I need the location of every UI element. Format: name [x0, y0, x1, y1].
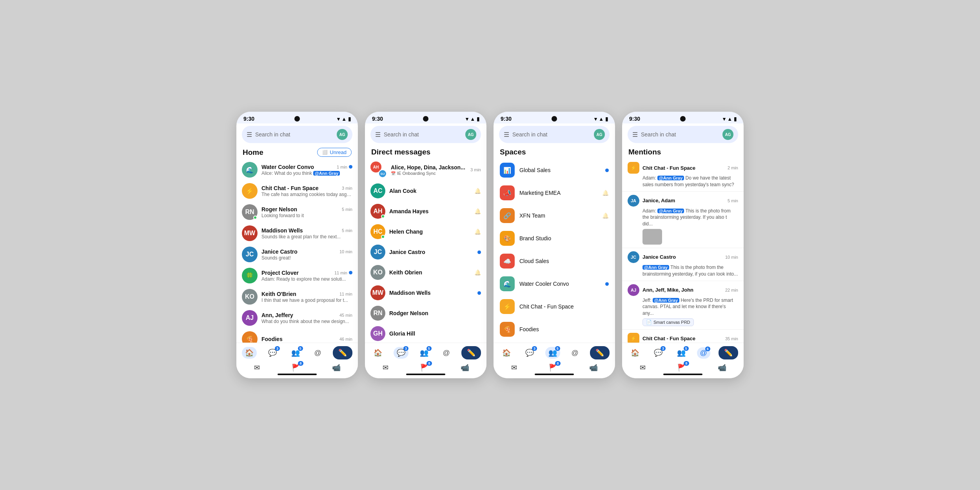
- dm-list-item[interactable]: GHGloria Hill: [365, 323, 486, 343]
- space-list-item[interactable]: 📣Marketing EMEA🔔: [494, 181, 615, 204]
- chat-list-item[interactable]: AJAnn, Jeffery45 minWhat do you think ab…: [236, 307, 358, 328]
- chat-list-item[interactable]: KOKeith O'Brien11 minI thin that we have…: [236, 286, 358, 307]
- bell-icon[interactable]: 🔔: [474, 188, 481, 194]
- user-avatar[interactable]: AG: [594, 129, 605, 140]
- video-icon[interactable]: 📹: [718, 363, 726, 372]
- menu-icon[interactable]: ☰: [247, 131, 252, 138]
- chat-preview: Adam: Ready to explore the new soluti...: [261, 276, 352, 282]
- nav-item-spaces[interactable]: 👥5: [417, 347, 432, 359]
- search-bar[interactable]: ☰Search in chatAG: [370, 126, 481, 143]
- user-avatar[interactable]: AG: [722, 129, 733, 140]
- space-list-item[interactable]: 🔗XFN Team🔔: [494, 204, 615, 227]
- chat-list-item[interactable]: 🍕Foodies46 min: [236, 328, 358, 343]
- signal-icon: ▲: [341, 116, 347, 122]
- mention-from: Chit Chat - Fun Space: [642, 165, 724, 171]
- chat-info: Janice Castro10 minSounds great!: [261, 249, 352, 261]
- bell-icon[interactable]: 🔔: [474, 229, 481, 235]
- nav-item-spaces[interactable]: 👥5: [545, 347, 560, 359]
- mention-list-item[interactable]: AJAnn, Jeff, Mike, John22 minJeff: @Ann …: [622, 281, 744, 330]
- dm-list-item[interactable]: MWMaddison Wells: [365, 283, 486, 303]
- nav-item-new[interactable]: ✏️: [461, 346, 481, 359]
- chat-list-item[interactable]: JCJanice Castro10 minSounds great!: [236, 244, 358, 265]
- menu-icon[interactable]: ☰: [504, 131, 509, 138]
- dm-list-item[interactable]: RNRodger Nelson: [365, 303, 486, 323]
- bell-icon[interactable]: 🔔: [602, 212, 609, 219]
- battery-icon: ▮: [348, 116, 351, 122]
- video-icon[interactable]: 📹: [589, 363, 598, 372]
- page-title: Spaces: [500, 148, 526, 156]
- user-avatar[interactable]: AG: [337, 129, 348, 140]
- user-avatar[interactable]: AG: [465, 129, 476, 140]
- nav-item-dm[interactable]: 💬3: [522, 347, 537, 359]
- space-avatar: 📊: [500, 163, 515, 178]
- nav-item-new[interactable]: ✏️: [333, 346, 352, 359]
- mention-list-item[interactable]: JAJanice, Adam5 minAdam: @Ann Gray This …: [622, 192, 744, 248]
- doc-chip[interactable]: 📄Smart canvas PRD: [642, 318, 694, 326]
- nav-item-home[interactable]: 🏠: [499, 347, 514, 359]
- chat-info: Chit Chat - Fun Space3 minThe cafe has a…: [261, 185, 352, 197]
- nav-item-dm[interactable]: 💬3: [394, 347, 408, 359]
- video-icon[interactable]: 📹: [461, 363, 469, 372]
- mention-list-item[interactable]: ⚡Chit Chat - Fun Space2 minAdam: @Ann Gr…: [622, 159, 744, 192]
- nav-item-spaces[interactable]: 👥5: [674, 347, 689, 359]
- dm-list-item[interactable]: HCHelen Chang🔔: [365, 221, 486, 242]
- nav-item-mentions[interactable]: @: [440, 347, 453, 359]
- nav-item-new[interactable]: ✏️: [719, 346, 738, 359]
- mail-icon[interactable]: ✉: [254, 363, 260, 372]
- chat-time: 3 min: [342, 186, 352, 191]
- signal-icon: ▲: [727, 116, 732, 122]
- chat-list-item[interactable]: MWMaddison Wells5 minSounds like a great…: [236, 223, 358, 244]
- chat-active-icon[interactable]: 🚩8: [677, 363, 686, 372]
- nav-item-new[interactable]: ✏️: [590, 346, 610, 359]
- dm-list-item[interactable]: AHDJAlice, Hope, Dina, Jackson...📅IE Onb…: [365, 159, 486, 181]
- search-bar[interactable]: ☰Search in chatAG: [242, 126, 352, 143]
- chat-list-item[interactable]: RNRoger Nelson5 minLooking forward to it: [236, 201, 358, 223]
- nav-item-spaces[interactable]: 👥5: [288, 347, 303, 359]
- nav-item-home[interactable]: 🏠: [242, 347, 257, 359]
- bell-icon[interactable]: 🔔: [474, 208, 481, 214]
- status-time: 9:30: [629, 116, 640, 122]
- dm-list-item[interactable]: AHAmanda Hayes🔔: [365, 201, 486, 221]
- unread-button[interactable]: ⬜Unread: [317, 148, 352, 157]
- menu-icon[interactable]: ☰: [375, 131, 381, 138]
- mention-list-item[interactable]: JCJanice Castro10 min@Ann Gray This is t…: [622, 248, 744, 281]
- dm-list-item[interactable]: KOKeith Obrien🔔: [365, 262, 486, 283]
- nav-icon-home: 🏠: [245, 348, 254, 357]
- nav-icon-mentions: @: [443, 349, 450, 357]
- chat-active-icon[interactable]: 🚩8: [292, 363, 300, 372]
- space-list-item[interactable]: 🌊Water Cooler Convo: [494, 272, 615, 295]
- dm-name: Gloria Hill: [389, 330, 415, 337]
- unread-dot: [605, 169, 609, 172]
- nav-item-mentions[interactable]: @: [568, 347, 582, 359]
- chat-list-item[interactable]: ⚡Chit Chat - Fun Space3 minThe cafe has …: [236, 180, 358, 201]
- bell-icon[interactable]: 🔔: [602, 190, 609, 196]
- nav-item-dm[interactable]: 💬3: [265, 347, 280, 359]
- space-list-item[interactable]: 🎨Brand Studio: [494, 227, 615, 250]
- chat-list-item[interactable]: 🍀Project Clover11 minAdam: Ready to expl…: [236, 265, 358, 286]
- space-list-item[interactable]: ⚡Chit Chat - Fun Space: [494, 295, 615, 318]
- menu-icon[interactable]: ☰: [632, 131, 638, 138]
- chat-active-icon[interactable]: 🚩8: [420, 363, 429, 372]
- bell-icon[interactable]: 🔔: [474, 269, 481, 276]
- video-icon[interactable]: 📹: [332, 363, 341, 372]
- chat-name: Chit Chat - Fun Space: [261, 185, 318, 191]
- space-list-item[interactable]: 📊Global Sales: [494, 159, 615, 181]
- search-bar[interactable]: ☰Search in chatAG: [628, 126, 738, 143]
- chat-active-icon[interactable]: 🚩8: [549, 363, 557, 372]
- nav-item-home[interactable]: 🏠: [628, 347, 642, 359]
- dm-list-item[interactable]: ACAlan Cook🔔: [365, 181, 486, 201]
- space-list-item[interactable]: 🍕Foodies: [494, 318, 615, 341]
- mention-list-item[interactable]: ⚡Chit Chat - Fun Space35 minRoger: @Ann …: [622, 330, 744, 343]
- mail-icon[interactable]: ✉: [511, 363, 517, 372]
- search-bar[interactable]: ☰Search in chatAG: [499, 126, 610, 143]
- chat-list-item[interactable]: 🌊Water Cooler Convo1 minAlice: What do y…: [236, 159, 358, 180]
- dm-list-item[interactable]: JCJanice Castro: [365, 242, 486, 262]
- nav-item-home[interactable]: 🏠: [370, 347, 385, 359]
- mail-icon[interactable]: ✉: [383, 363, 388, 372]
- space-list-item[interactable]: ☁️Cloud Sales: [494, 250, 615, 272]
- nav-item-mentions[interactable]: @6: [697, 347, 710, 359]
- mail-icon[interactable]: ✉: [640, 363, 646, 372]
- nav-item-mentions[interactable]: @: [311, 347, 325, 359]
- status-right: ▾ ▲ ▮: [337, 116, 351, 122]
- nav-item-dm[interactable]: 💬3: [651, 347, 666, 359]
